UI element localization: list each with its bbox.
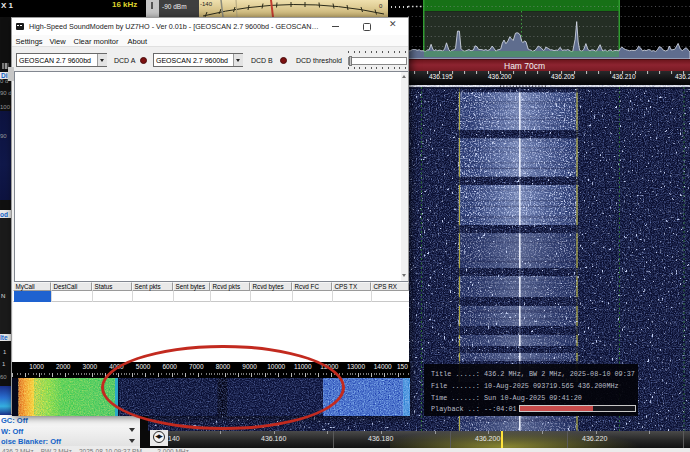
svg-text:-140: -140	[200, 1, 213, 7]
